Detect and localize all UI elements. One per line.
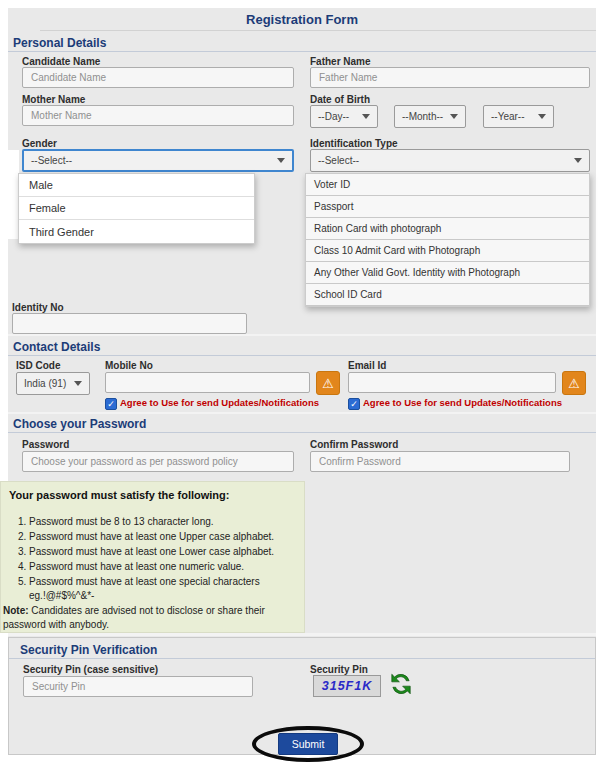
submit-button[interactable]: Submit xyxy=(278,733,339,755)
candidate-name-input[interactable] xyxy=(22,67,294,88)
chevron-down-icon xyxy=(277,158,285,163)
isd-code-value: India (91) xyxy=(24,378,66,389)
section-choose-password: Choose your Password xyxy=(13,417,146,431)
gender-option-male[interactable]: Male xyxy=(19,174,254,197)
captcha-label: Security Pin xyxy=(310,664,368,675)
title-divider xyxy=(40,30,596,31)
gender-option-third-gender[interactable]: Third Gender xyxy=(19,220,254,243)
chevron-down-icon xyxy=(362,114,370,119)
divider xyxy=(8,412,596,414)
isd-code-label: ISD Code xyxy=(16,360,60,371)
identification-option-ration-card[interactable]: Ration Card with photograph xyxy=(306,218,589,240)
candidate-name-label: Candidate Name xyxy=(22,56,100,67)
checkmark-icon: ✓ xyxy=(350,399,358,409)
password-policy-heading: Your password must satisfy the following… xyxy=(9,489,229,501)
password-policy-note: Note: Candidates are advised not to disc… xyxy=(3,604,301,632)
dob-year-select[interactable]: --Year-- xyxy=(483,105,554,128)
mobile-no-input[interactable] xyxy=(105,372,310,393)
refresh-captcha-icon[interactable] xyxy=(388,671,414,697)
email-agree-checkbox[interactable]: ✓ xyxy=(348,398,360,410)
dob-day-value: --Day-- xyxy=(318,111,349,122)
dob-month-select[interactable]: --Month-- xyxy=(394,105,466,128)
identification-selected-value: --Select-- xyxy=(318,155,359,166)
registration-page: Registration Form Personal Details Candi… xyxy=(0,0,604,767)
divider xyxy=(8,51,596,52)
policy-rule: Password must have at least one Upper ca… xyxy=(29,529,317,544)
email-warning-button[interactable]: ⚠ xyxy=(562,371,586,395)
mobile-agree-label: Agree to Use for send Updates/Notificati… xyxy=(120,397,319,408)
page-title: Registration Form xyxy=(0,12,604,27)
chevron-down-icon xyxy=(538,114,546,119)
identity-no-input[interactable] xyxy=(12,313,247,334)
note-text: Candidates are advised not to disclose o… xyxy=(3,605,265,630)
dob-year-value: --Year-- xyxy=(491,111,525,122)
email-id-input[interactable] xyxy=(348,372,556,393)
warning-icon: ⚠ xyxy=(568,376,580,391)
confirm-password-input[interactable] xyxy=(310,451,570,472)
identification-option-passport[interactable]: Passport xyxy=(306,196,589,218)
dob-day-select[interactable]: --Day-- xyxy=(310,105,378,128)
identification-option-school-id-card[interactable]: School ID Card xyxy=(306,284,589,306)
captcha-image: 315F1K xyxy=(313,675,381,697)
divider xyxy=(8,432,596,433)
gender-option-female[interactable]: Female xyxy=(19,197,254,220)
chevron-down-icon xyxy=(574,158,582,163)
mobile-no-label: Mobile No xyxy=(105,360,153,371)
chevron-down-icon xyxy=(74,381,82,386)
password-input[interactable] xyxy=(22,451,294,472)
mother-name-label: Mother Name xyxy=(22,94,85,105)
mother-name-input[interactable] xyxy=(22,105,294,126)
gender-label: Gender xyxy=(22,138,57,149)
section-security-pin: Security Pin Verification xyxy=(20,643,157,657)
identification-type-label: Identification Type xyxy=(310,138,398,149)
isd-code-select[interactable]: India (91) xyxy=(16,372,90,395)
policy-rule: Password must have at least one Lower ca… xyxy=(29,544,317,559)
confirm-password-label: Confirm Password xyxy=(310,439,398,450)
policy-rule: Password must have at least one numeric … xyxy=(29,559,317,574)
dob-month-value: --Month-- xyxy=(402,111,443,122)
identification-type-select[interactable]: --Select-- xyxy=(310,149,590,172)
identification-dropdown-list: Voter ID Passport Ration Card with photo… xyxy=(305,173,590,307)
password-label: Password xyxy=(22,439,69,450)
password-policy-rules: Password must be 8 to 13 character long.… xyxy=(9,514,317,589)
dropdown-backdrop xyxy=(0,150,19,239)
mobile-agree-checkbox[interactable]: ✓ xyxy=(105,398,117,410)
divider xyxy=(8,355,596,356)
father-name-label: Father Name xyxy=(310,56,371,67)
security-pin-input[interactable] xyxy=(23,676,253,697)
warning-icon: ⚠ xyxy=(322,376,334,391)
policy-rule: Password must have at least one special … xyxy=(29,574,317,589)
email-id-label: Email Id xyxy=(348,360,386,371)
gender-selected-value: --Select-- xyxy=(31,155,72,166)
father-name-input[interactable] xyxy=(310,67,590,88)
divider xyxy=(8,334,596,336)
security-pin-label: Security Pin (case sensitive) xyxy=(23,664,158,675)
policy-rule: Password must be 8 to 13 character long. xyxy=(29,514,317,529)
checkmark-icon: ✓ xyxy=(107,399,115,409)
section-personal-details: Personal Details xyxy=(13,36,106,50)
gender-dropdown-list: Male Female Third Gender xyxy=(18,173,255,244)
divider xyxy=(8,633,596,636)
date-of-birth-label: Date of Birth xyxy=(310,94,370,105)
note-label: Note: xyxy=(3,605,29,616)
identification-option-class10-admit-card[interactable]: Class 10 Admit Card with Photograph xyxy=(306,240,589,262)
mobile-warning-button[interactable]: ⚠ xyxy=(316,371,340,395)
password-policy-box: Your password must satisfy the following… xyxy=(0,481,305,633)
identification-option-voter-id[interactable]: Voter ID xyxy=(306,174,589,196)
section-contact-details: Contact Details xyxy=(13,340,100,354)
submit-highlight-ellipse: Submit xyxy=(252,726,364,762)
identification-option-other-govt-identity[interactable]: Any Other Valid Govt. Identity with Phot… xyxy=(306,262,589,284)
identity-no-label: Identity No xyxy=(12,302,64,313)
policy-rule-example: eg.!@#$%^&*- xyxy=(29,588,94,603)
gender-select[interactable]: --Select-- xyxy=(22,149,294,172)
email-agree-label: Agree to Use for send Updates/Notificati… xyxy=(363,397,562,408)
divider xyxy=(9,658,595,659)
chevron-down-icon xyxy=(450,114,458,119)
